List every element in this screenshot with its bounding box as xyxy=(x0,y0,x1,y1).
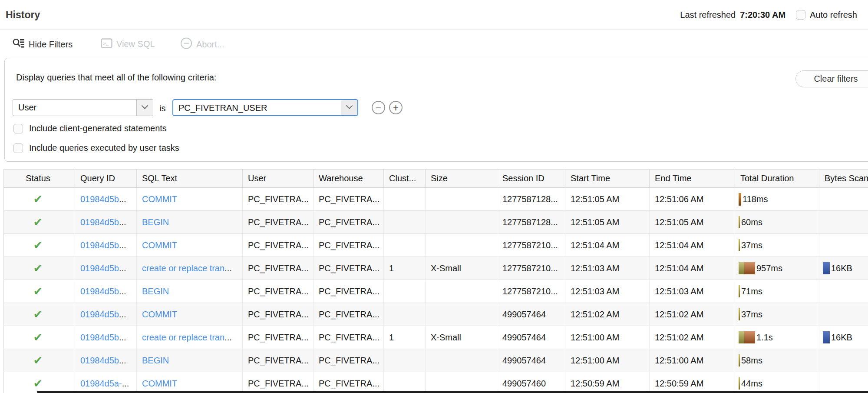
sql-text-cell: COMMIT xyxy=(137,303,243,326)
session-id-cell: 499057464 xyxy=(497,349,565,372)
table-row[interactable]: ✔01984d5b...BEGINPC_FIVETRA...PC_FIVETRA… xyxy=(4,349,868,372)
total-duration-cell: 37ms xyxy=(735,234,819,257)
query-id-link[interactable]: 01984d5b xyxy=(80,263,119,273)
sql-text-link[interactable]: COMMIT xyxy=(142,379,177,388)
filter-value-combobox[interactable]: PC_FIVETRAN_USER xyxy=(172,99,358,116)
user-cell: PC_FIVETRA... xyxy=(243,372,314,393)
cluster-cell: 1 xyxy=(384,326,426,349)
query-id-link[interactable]: 01984d5b xyxy=(80,356,119,365)
add-filter-button[interactable]: + xyxy=(389,101,403,114)
query-id-link[interactable]: 01984d5b xyxy=(80,194,119,204)
query-id-link[interactable]: 01984d5a- xyxy=(80,379,122,388)
abort-label: Abort... xyxy=(196,39,224,49)
sql-text-link[interactable]: BEGIN xyxy=(142,286,169,296)
total-duration-cell: 58ms xyxy=(735,349,819,372)
sql-text-cell: COMMIT xyxy=(137,234,243,257)
truncation-ellipsis: ... xyxy=(119,217,126,227)
user-cell: PC_FIVETRA... xyxy=(243,326,314,349)
abort-button[interactable]: Abort... xyxy=(180,37,224,51)
start-time-cell: 12:51:00 AM xyxy=(565,326,650,349)
duration-value: 60ms xyxy=(741,217,762,227)
table-row[interactable]: ✔01984d5b...COMMITPC_FIVETRA...PC_FIVETR… xyxy=(4,303,868,326)
column-header-session-id[interactable]: Session ID xyxy=(497,170,565,188)
sql-text-link[interactable]: BEGIN xyxy=(142,217,169,227)
history-page: History Last refreshed 7:20:30 AM Auto r… xyxy=(0,0,868,393)
refresh-controls: Last refreshed 7:20:30 AM Auto refresh xyxy=(680,10,857,20)
bytes-scanned-cell xyxy=(819,280,868,303)
clear-filters-label: Clear filters xyxy=(814,74,858,84)
column-header-clust[interactable]: Clust... xyxy=(384,170,426,188)
query-id-link[interactable]: 01984d5b xyxy=(80,217,119,227)
query-id-link[interactable]: 01984d5b xyxy=(80,333,119,342)
session-id-cell: 1277587128... xyxy=(497,188,565,211)
svg-text:>_: >_ xyxy=(103,41,109,47)
table-row[interactable]: ✔01984d5b...create or replace tran...PC_… xyxy=(4,326,868,349)
column-header-start-time[interactable]: Start Time xyxy=(565,170,650,188)
truncation-ellipsis: ... xyxy=(119,286,126,296)
table-row[interactable]: ✔01984d5b...create or replace tran...PC_… xyxy=(4,257,868,280)
cluster-cell: 1 xyxy=(384,257,426,280)
sql-text-cell: create or replace tran... xyxy=(137,326,243,349)
table-row[interactable]: ✔01984d5b...BEGINPC_FIVETRA...PC_FIVETRA… xyxy=(4,211,868,234)
query-id-link[interactable]: 01984d5b xyxy=(80,240,119,250)
table-row[interactable]: ✔01984d5b...COMMITPC_FIVETRA...PC_FIVETR… xyxy=(4,188,868,211)
status-cell: ✔ xyxy=(4,257,75,280)
last-refreshed-label: Last refreshed xyxy=(680,10,736,20)
column-header-bytes-scanned[interactable]: Bytes Scanned xyxy=(819,170,868,188)
bytes-scanned-cell xyxy=(819,372,868,393)
duration-bar xyxy=(739,354,740,366)
sql-text-link[interactable]: BEGIN xyxy=(142,356,169,365)
filter-field-dropdown-button[interactable] xyxy=(136,100,153,116)
query-table: StatusQuery IDSQL TextUserWarehouseClust… xyxy=(3,169,868,393)
filter-field-select[interactable]: User xyxy=(13,99,153,116)
session-id-cell: 499057460 xyxy=(497,372,565,393)
column-header-warehouse[interactable]: Warehouse xyxy=(314,170,384,188)
column-header-sql-text[interactable]: SQL Text xyxy=(137,170,243,188)
column-header-user[interactable]: User xyxy=(243,170,314,188)
include-user-tasks-row[interactable]: Include queries executed by user tasks xyxy=(13,143,179,153)
auto-refresh-checkbox[interactable] xyxy=(796,10,805,20)
hide-filters-button[interactable]: Hide Filters xyxy=(12,38,73,50)
table-row[interactable]: ✔01984d5b...COMMITPC_FIVETRA...PC_FIVETR… xyxy=(4,234,868,257)
query-id-link[interactable]: 01984d5b xyxy=(80,286,119,296)
duration-value: 58ms xyxy=(741,356,762,366)
view-sql-button[interactable]: >_ View SQL xyxy=(101,38,155,50)
remove-filter-button[interactable]: − xyxy=(372,101,385,114)
sql-text-link[interactable]: COMMIT xyxy=(142,194,177,204)
bytes-scanned-cell: 16KB xyxy=(819,326,868,349)
sql-text-cell: COMMIT xyxy=(137,188,243,211)
column-header-total-duration[interactable]: Total Duration xyxy=(735,170,819,188)
column-header-end-time[interactable]: End Time xyxy=(650,170,735,188)
filter-value-dropdown-button[interactable] xyxy=(341,100,357,115)
filter-value-input[interactable]: PC_FIVETRAN_USER xyxy=(173,100,341,115)
auto-refresh-label: Auto refresh xyxy=(810,10,857,20)
duration-value: 118ms xyxy=(743,194,768,204)
sql-text-link[interactable]: COMMIT xyxy=(142,310,177,319)
sql-text-link[interactable]: create or replace tran xyxy=(142,333,224,342)
bytes-value: 16KB xyxy=(831,263,852,273)
cluster-cell xyxy=(384,372,426,393)
warehouse-cell: PC_FIVETRA... xyxy=(314,257,384,280)
end-time-cell: 12:51:02 AM xyxy=(650,326,735,349)
include-client-statements-checkbox[interactable] xyxy=(13,124,23,133)
table-row[interactable]: ✔01984d5b...BEGINPC_FIVETRA...PC_FIVETRA… xyxy=(4,280,868,303)
sql-text-link[interactable]: create or replace tran xyxy=(142,263,224,273)
column-header-size[interactable]: Size xyxy=(426,170,497,188)
size-cell xyxy=(426,372,497,393)
table-row[interactable]: ✔01984d5a-...COMMITPC_FIVETRA...PC_FIVET… xyxy=(4,372,868,393)
column-header-query-id[interactable]: Query ID xyxy=(75,170,137,188)
include-user-tasks-checkbox[interactable] xyxy=(13,143,23,153)
query-id-link[interactable]: 01984d5b xyxy=(80,310,119,319)
include-client-statements-row[interactable]: Include client-generated statements xyxy=(13,123,167,133)
criteria-label: Display queries that meet all of the fol… xyxy=(16,73,216,83)
toolbar: Hide Filters >_ View SQL Abort... xyxy=(0,30,868,58)
start-time-cell: 12:51:05 AM xyxy=(565,188,650,211)
filter-operator-label: is xyxy=(159,103,165,113)
column-header-status[interactable]: Status xyxy=(4,170,75,188)
sql-text-link[interactable]: COMMIT xyxy=(142,240,177,250)
status-cell: ✔ xyxy=(4,303,75,326)
sql-text-cell: create or replace tran... xyxy=(137,257,243,280)
clear-filters-button[interactable]: Clear filters xyxy=(795,70,868,87)
query-id-cell: 01984d5b... xyxy=(75,211,137,234)
size-cell xyxy=(426,234,497,257)
